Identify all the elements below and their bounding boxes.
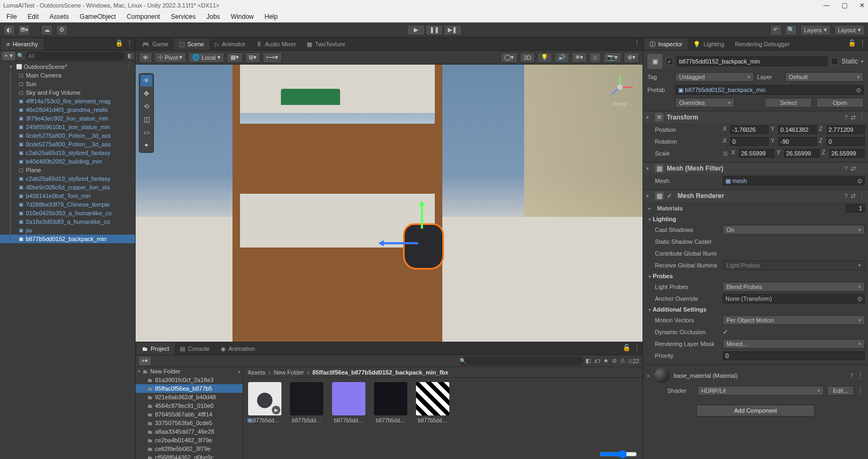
close-icon[interactable]: ✕	[859, 2, 865, 9]
context-menu-icon[interactable]: ⋮	[126, 39, 133, 47]
layout-dropdown[interactable]: Layout▾	[834, 25, 865, 36]
menu-gameobject[interactable]: GameObject	[75, 12, 120, 22]
hierarchy-item[interactable]: ▣c2ab25a65d19_stylized_fantasy	[0, 149, 135, 157]
play-button[interactable]: ▶	[407, 25, 425, 36]
context-menu-icon[interactable]: ⋮	[857, 372, 864, 379]
hierarchy-item[interactable]: ▢Main Camera	[0, 71, 135, 80]
undo-history-icon[interactable]: ↶	[770, 25, 782, 36]
menu-file[interactable]: File	[2, 12, 21, 22]
tab-lighting[interactable]: 💡Lighting	[688, 38, 730, 50]
pivot-dropdown[interactable]: ⊹Pivot▾	[154, 52, 186, 63]
scene-picker-icon[interactable]: ◧	[128, 52, 133, 59]
mesh-field[interactable]: ▦ mesh⊙	[723, 176, 865, 186]
breadcrumb-item[interactable]: 85ffac0f56ea_b877b5dd0152_backpack_min_f…	[313, 369, 449, 376]
lock-icon[interactable]: 🔒	[115, 39, 123, 47]
breadcrumb-item[interactable]: Assets	[248, 369, 265, 376]
foldout-icon[interactable]: ▾	[646, 166, 652, 171]
object-name-field[interactable]	[676, 57, 828, 66]
tab-rendering-debugger[interactable]: Rendering Debugger	[730, 38, 795, 50]
hierarchy-item[interactable]: ▣b408141e0baf_Torii_min	[0, 192, 135, 200]
hierarchy-item[interactable]: ▣c2ab25a65d19_stylized_fantasy	[0, 174, 135, 183]
priority-field[interactable]	[723, 351, 865, 360]
draw-mode-icon[interactable]: ◯▾	[500, 52, 518, 63]
dynamic-occlusion-checkbox[interactable]: ✓	[723, 328, 728, 336]
locate-icon[interactable]: ⊙	[857, 295, 862, 302]
selected-object-backpack[interactable]	[399, 221, 448, 272]
project-search[interactable]	[460, 357, 583, 365]
2d-toggle[interactable]: 2D	[520, 52, 535, 63]
menu-help[interactable]: Help	[260, 12, 283, 22]
grid-snap-icon[interactable]: ▦▾	[227, 52, 243, 63]
help-icon[interactable]: ?	[844, 114, 848, 121]
breadcrumb-item[interactable]: New Folder	[274, 369, 304, 376]
settings-icon[interactable]: ⚙	[56, 25, 68, 36]
menu-edit[interactable]: Edit	[23, 12, 43, 22]
tab-console[interactable]: ▤Console	[174, 343, 215, 355]
folder-item[interactable]: 🖿a8aa3345dd77_46e28	[136, 427, 243, 436]
step-button[interactable]: ▶❚	[443, 25, 462, 36]
search-icon[interactable]: 🔍	[785, 25, 797, 36]
folder-item[interactable]: 🖿cf568f644362_d0be9c	[136, 453, 243, 459]
light-probes-dropdown[interactable]: Blend Probes▾	[723, 282, 865, 292]
locate-icon[interactable]: ⊙	[856, 87, 861, 94]
menu-window[interactable]: Window	[227, 12, 258, 22]
context-menu-icon[interactable]: ⋮	[859, 193, 865, 200]
rect-tool-btn[interactable]: ▭	[140, 126, 152, 138]
cloud-icon[interactable]: ☁	[41, 25, 53, 36]
menu-component[interactable]: Component	[122, 12, 164, 22]
warn-count-icon[interactable]: ⚠	[620, 357, 625, 364]
persp-label[interactable]: Persp	[604, 101, 636, 107]
preset-icon[interactable]: ⇄	[851, 114, 856, 121]
tab-audio-mixer[interactable]: 🎚Audio Mixer	[251, 38, 301, 50]
locate-icon[interactable]: ⊙	[857, 178, 862, 185]
rotation-z[interactable]	[827, 137, 865, 146]
folder-item[interactable]: 🖿81a3901fc0cf_2a18e3	[136, 376, 243, 384]
cast-shadows-dropdown[interactable]: On▾	[723, 225, 865, 235]
layers-dropdown[interactable]: Layers▾	[800, 25, 831, 36]
thumbnail-size-slider[interactable]	[599, 450, 637, 458]
hierarchy-item[interactable]: ▣4fff14a753c0_fire_element_mag	[0, 97, 135, 105]
layer-dropdown[interactable]: Default▾	[785, 72, 864, 82]
hierarchy-item[interactable]: ▣jia	[0, 226, 135, 235]
scene-visibility-icon[interactable]: 👁̸	[589, 52, 601, 63]
transform-tool-btn[interactable]: ✦	[140, 139, 152, 151]
tab-project[interactable]: 🖿Project	[137, 343, 174, 355]
asset-item[interactable]: b877b5dd…	[415, 382, 450, 423]
tab-animator[interactable]: ▷Animator	[209, 38, 251, 50]
rotation-x[interactable]	[730, 137, 768, 146]
search-by-type-icon[interactable]: ◧	[585, 357, 591, 364]
tab-hierarchy[interactable]: ≡ Hierarchy	[1, 38, 44, 50]
folder-item[interactable]: 🖿876455d67abb_4fff14	[136, 410, 243, 419]
folder-item[interactable]: 🖿ce82f9e5b082_3f79e	[136, 444, 243, 453]
move-gizmo-y-icon[interactable]	[421, 202, 423, 229]
tab-twotexture[interactable]: ▦TwoTexture	[301, 38, 350, 50]
position-y[interactable]	[778, 125, 816, 134]
foldout-icon[interactable]: ▾	[646, 115, 652, 120]
maximize-icon[interactable]: ▢	[842, 2, 848, 9]
static-dropdown-icon[interactable]: ▾	[861, 59, 864, 64]
context-menu-icon[interactable]: ⋮	[634, 344, 640, 351]
preset-icon[interactable]: ⇄	[851, 193, 856, 200]
shader-dropdown[interactable]: HDRP/Lit▾	[697, 386, 824, 396]
help-icon[interactable]: ?	[850, 372, 853, 379]
asset-item[interactable]: b877b5dd…	[290, 382, 324, 423]
hierarchy-item[interactable]: ▣0cde5275a800_Potion__3d_ass	[0, 131, 135, 140]
select-prefab-button[interactable]: Select	[765, 98, 812, 108]
snap-settings-icon[interactable]: ⟼▾	[263, 52, 282, 63]
hierarchy-search[interactable]	[26, 52, 125, 60]
folder-root[interactable]: ▾ 🖿 New Folder ▴	[136, 367, 243, 376]
view-tool-btn[interactable]: 👁	[140, 75, 152, 87]
tag-dropdown[interactable]: Untagged▾	[675, 72, 754, 82]
tab-context-icon[interactable]: ⋮	[634, 39, 640, 47]
context-menu-icon[interactable]: ⋮	[859, 114, 865, 121]
hierarchy-item[interactable]: ▣b877b5dd0152_backpack_min	[0, 235, 135, 243]
pause-button[interactable]: ❚❚	[425, 25, 443, 36]
hierarchy-item[interactable]: ▣46e28d41d4f3_grandma_realis	[0, 105, 135, 114]
lock-icon[interactable]: 🔓	[848, 39, 856, 47]
hierarchy-item[interactable]: ▣2458559610b1_lion_statue_min	[0, 123, 135, 131]
rotation-y[interactable]	[778, 137, 816, 146]
save-search-icon[interactable]: ★	[603, 357, 609, 364]
motion-vectors-dropdown[interactable]: Per Object Motion▾	[723, 315, 865, 325]
overrides-dropdown[interactable]: Overrides▾	[675, 98, 735, 108]
lock-icon[interactable]: 🔓	[623, 344, 631, 351]
